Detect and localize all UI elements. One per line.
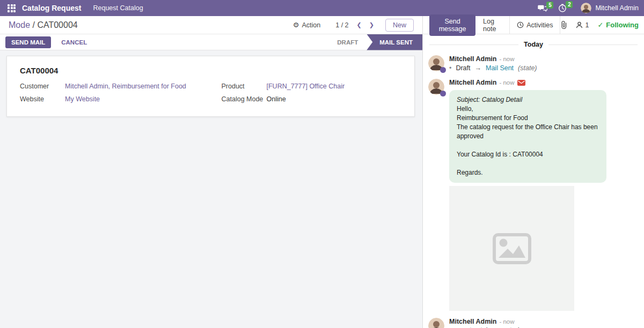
message-time: - now	[499, 56, 514, 62]
message-author[interactable]: Mitchell Admin	[449, 318, 496, 325]
record-title: CAT00004	[20, 66, 401, 75]
activities-label: Activities	[526, 21, 553, 29]
cancel-button[interactable]: CANCEL	[55, 36, 93, 48]
user-name: Mitchell Admin	[595, 4, 639, 12]
avatar-wrap	[428, 79, 444, 95]
action-menu-button[interactable]: ⚙ Action	[293, 21, 320, 29]
tracking-bullet: •	[449, 64, 451, 72]
activities-tab[interactable]: Activities	[509, 16, 560, 34]
followers-button[interactable]: 1	[576, 21, 589, 29]
activities-count-badge: 2	[566, 1, 573, 8]
menu-request-catalog[interactable]: Request Catalog	[93, 4, 143, 12]
tracking-new-value[interactable]: Mail Sent	[486, 64, 514, 72]
status-step-mail-sent[interactable]: MAIL SENT	[367, 34, 422, 50]
avatar[interactable]	[428, 318, 444, 328]
activities-dropdown[interactable]: 2	[558, 4, 567, 12]
message-tracking: Mitchell Admin - now • Draft → Mail Sent…	[423, 54, 644, 77]
paperclip-icon	[560, 21, 567, 29]
chatter-topbar: Send message Log note Activities	[423, 16, 644, 34]
date-divider: Today	[429, 41, 638, 48]
form-view-panel: Mode / CAT00004 ⚙ Action 1 / 2 ❮ ❯ New S…	[0, 16, 422, 328]
field-customer: Customer Mitchell Admin, Reimbursement f…	[20, 83, 200, 90]
pager-prev-icon[interactable]: ❮	[353, 20, 365, 29]
website-link[interactable]: My Website	[65, 95, 100, 103]
breadcrumb: Mode / CAT00004	[9, 20, 78, 30]
message-content: Mitchell Admin - now • Draft → Mail Sent…	[449, 55, 638, 72]
chatter-tools: 1 ✓ Following	[560, 21, 639, 29]
status-widget: DRAFT MAIL SENT	[328, 34, 422, 50]
product-link[interactable]: [FURN_7777] Office Chair	[267, 83, 345, 90]
field-grid: Customer Mitchell Admin, Reimbursement f…	[20, 83, 401, 103]
messages-dropdown[interactable]: 5	[538, 4, 547, 12]
statusbar-row: SEND MAIL CANCEL DRAFT MAIL SENT	[0, 34, 422, 50]
message-thread[interactable]: Today Mitchell Admin - now •	[423, 34, 644, 328]
email-line: Hello,	[457, 105, 599, 114]
user-avatar	[581, 3, 591, 13]
email-line: Regards.	[457, 168, 599, 177]
apps-menu-icon[interactable]	[8, 4, 16, 12]
avatar-wrap	[428, 55, 444, 71]
field-label: Catalog Mode	[222, 95, 267, 103]
field-product: Product [FURN_7777] Office Chair	[222, 83, 402, 90]
avatar-wrap	[428, 318, 444, 328]
record-card: CAT00004 Customer Mitchell Admin, Reimbu…	[6, 56, 415, 117]
chatter-panel: Send message Log note Activities	[422, 16, 644, 328]
follower-count: 1	[585, 21, 589, 29]
attach-files-button[interactable]	[560, 21, 567, 29]
gear-icon: ⚙	[293, 21, 299, 29]
activity-clock-icon	[517, 21, 524, 28]
field-label: Customer	[20, 83, 65, 90]
person-icon	[576, 21, 583, 28]
email-body-bubble: Subject: Catalog Detail Hello, Reimburse…	[449, 90, 606, 183]
customer-link[interactable]: Mitchell Admin, Reimbursement for Food	[65, 83, 186, 90]
log-note-tab[interactable]: Log note	[475, 13, 509, 37]
form-sheet-area: CAT00004 Customer Mitchell Admin, Reimbu…	[0, 50, 422, 328]
new-record-button[interactable]: New	[385, 19, 414, 32]
field-label: Website	[20, 95, 65, 103]
catalog-mode-value: Online	[267, 95, 286, 103]
image-placeholder-icon	[492, 233, 532, 265]
breadcrumb-current: CAT00004	[37, 20, 77, 29]
message-content: Mitchell Admin - now Subject: Catalog De…	[449, 79, 638, 311]
message-time: - now	[499, 79, 514, 86]
message-content: Mitchell Admin - now request.catalog cre…	[449, 318, 638, 328]
check-icon: ✓	[597, 21, 603, 29]
control-panel: Mode / CAT00004 ⚙ Action 1 / 2 ❮ ❯ New	[0, 16, 422, 34]
field-catalog-mode: Catalog Mode Online	[222, 95, 402, 103]
status-step-draft[interactable]: DRAFT	[328, 34, 367, 50]
following-toggle[interactable]: ✓ Following	[597, 21, 639, 29]
pager-count: 1 / 2	[335, 21, 348, 29]
app-title[interactable]: Catalog Request	[22, 4, 81, 12]
action-label: Action	[302, 21, 320, 29]
email-line	[457, 159, 599, 168]
email-line	[457, 141, 599, 150]
tracking-change: • Draft → Mail Sent (state)	[449, 64, 638, 72]
pager-next-icon[interactable]: ❯	[365, 20, 378, 29]
message-email: Mitchell Admin - now Subject: Catalog De…	[423, 77, 644, 316]
following-label: Following	[606, 21, 639, 29]
breadcrumb-parent-link[interactable]: Mode	[9, 20, 30, 29]
envelope-icon	[517, 80, 525, 86]
top-navbar: Catalog Request Request Catalog 5 2 Mitc…	[0, 0, 644, 16]
field-label: Product	[222, 83, 267, 90]
record-pager: 1 / 2 ❮ ❯	[335, 20, 378, 29]
email-line: Your Catalog Id is : CAT00004	[457, 150, 599, 159]
attachment-image-placeholder[interactable]	[449, 186, 574, 311]
tracking-old-value: Draft	[456, 64, 470, 72]
user-menu[interactable]: Mitchell Admin	[581, 3, 639, 13]
breadcrumb-separator: /	[30, 20, 37, 29]
message-time: - now	[499, 318, 514, 325]
email-subject: Subject: Catalog Detail	[457, 95, 599, 105]
message-author[interactable]: Mitchell Admin	[449, 79, 496, 86]
presence-dot	[440, 91, 446, 96]
send-message-button[interactable]: Send message	[429, 14, 475, 36]
tracking-field-name: (state)	[518, 64, 537, 72]
message-note: Mitchell Admin - now request.catalog cre…	[423, 316, 644, 328]
arrow-right-icon: →	[474, 64, 481, 72]
email-line: Reimbursement for Food	[457, 114, 599, 123]
messages-count-badge: 5	[546, 2, 553, 9]
field-website: Website My Website	[20, 95, 200, 103]
message-author[interactable]: Mitchell Admin	[449, 55, 496, 63]
send-mail-button[interactable]: SEND MAIL	[5, 36, 51, 48]
presence-dot	[440, 67, 446, 73]
